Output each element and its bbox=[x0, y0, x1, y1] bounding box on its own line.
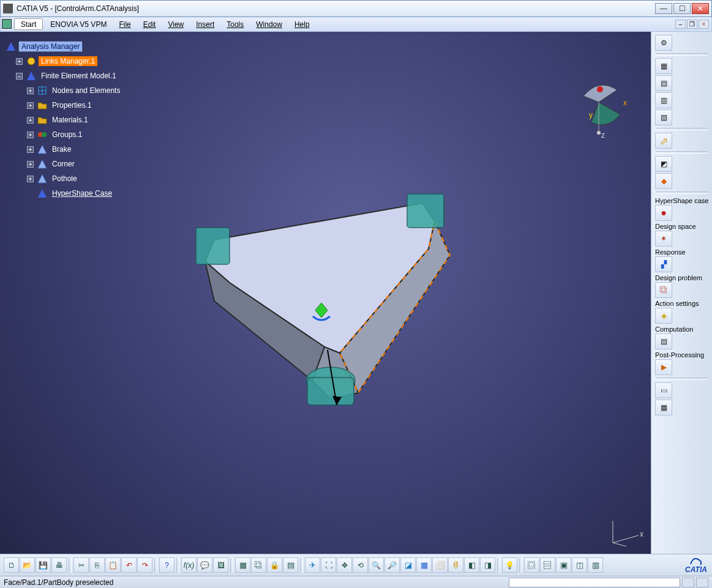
tree-groups-row[interactable]: + Groups.1 bbox=[5, 127, 122, 142]
extra-button-1[interactable]: ⿴ bbox=[524, 557, 539, 573]
redo-button[interactable]: ↷ bbox=[137, 557, 152, 573]
expand-icon[interactable]: + bbox=[27, 102, 34, 109]
menu-enovia[interactable]: ENOVIA V5 VPM bbox=[44, 17, 113, 31]
pointer-button[interactable]: ⬀ bbox=[655, 133, 672, 149]
menu-insert-label: Insert bbox=[196, 20, 214, 29]
tree-hypershape-row[interactable]: + HyperShape Case bbox=[5, 186, 122, 201]
expand-icon[interactable]: + bbox=[27, 161, 34, 168]
image-button[interactable]: 🖼 bbox=[213, 557, 228, 573]
stack-button[interactable]: ▤ bbox=[283, 557, 298, 573]
menu-insert[interactable]: Insert bbox=[190, 17, 220, 31]
zoomout-button[interactable]: 🔎 bbox=[384, 557, 400, 573]
extra-button-4[interactable]: ◫ bbox=[572, 557, 587, 573]
bottom-toolbar: 🗋 📂 💾 🖶 ✂ ⎘ 📋 ↶ ↷ ? f(x) 💬 🖼 ▦ ⿻ 🔒 ▤ ✈ ⛶… bbox=[0, 554, 712, 576]
whatsthis-button[interactable]: ? bbox=[159, 557, 174, 573]
links-icon bbox=[26, 56, 36, 66]
tree-links-row[interactable]: + Links Manager.1 bbox=[5, 54, 122, 69]
command-input[interactable] bbox=[509, 578, 680, 587]
expand-icon[interactable]: + bbox=[27, 132, 34, 138]
expand-icon[interactable]: + bbox=[27, 87, 34, 94]
grid-button[interactable]: ▦ bbox=[235, 557, 250, 573]
status-button-2[interactable] bbox=[696, 578, 708, 587]
swap-button[interactable]: ◨ bbox=[480, 557, 495, 573]
render-button[interactable]: 🛢 bbox=[448, 557, 463, 573]
normal-button[interactable]: ◪ bbox=[400, 557, 416, 573]
cut-button[interactable]: ✂ bbox=[73, 557, 89, 573]
isoview-button[interactable]: ⬜ bbox=[432, 557, 448, 573]
fx-button[interactable]: f(x) bbox=[181, 557, 197, 573]
response-button[interactable]: ▞ bbox=[655, 256, 672, 272]
toolbox-button-3[interactable]: ▥ bbox=[655, 92, 672, 108]
action-settings-button[interactable]: ◈ bbox=[655, 308, 672, 324]
tree-props-row[interactable]: + Properties.1 bbox=[5, 98, 122, 113]
design-space-button[interactable]: ✶ bbox=[655, 231, 672, 247]
new-button[interactable]: 🗋 bbox=[4, 557, 19, 573]
tree-corner-row[interactable]: + Corner bbox=[5, 157, 122, 171]
shade-button[interactable]: ◆ bbox=[655, 173, 672, 189]
save-button[interactable]: 💾 bbox=[36, 557, 51, 573]
hypershape-case-button[interactable]: ● bbox=[655, 205, 672, 221]
pan-button[interactable]: ✥ bbox=[337, 557, 352, 573]
lock-button[interactable]: 🔒 bbox=[267, 557, 282, 573]
design-problem-button[interactable]: ⿻ bbox=[655, 282, 672, 298]
open-button[interactable]: 📂 bbox=[20, 557, 35, 573]
mdi-close-button[interactable]: × bbox=[699, 20, 709, 29]
expand-icon[interactable]: + bbox=[27, 176, 34, 182]
compass-gizmo[interactable]: x y z bbox=[562, 75, 635, 142]
comment-button[interactable]: 💬 bbox=[197, 557, 212, 573]
tree-nodes-label: Nodes and Elements bbox=[50, 86, 122, 95]
case-icon bbox=[37, 159, 47, 169]
tree-button[interactable]: ⿻ bbox=[251, 557, 266, 573]
hide-button[interactable]: ◧ bbox=[464, 557, 479, 573]
paste-button[interactable]: 📋 bbox=[105, 557, 121, 573]
tree-root-row[interactable]: Analysis Manager bbox=[5, 39, 122, 54]
bulb-button[interactable]: 💡 bbox=[502, 557, 517, 573]
menu-file[interactable]: File bbox=[113, 17, 137, 31]
settings-gear-button[interactable]: ⚙ bbox=[655, 35, 672, 51]
computation-button[interactable]: ▤ bbox=[655, 333, 672, 349]
view-button-1[interactable]: ▭ bbox=[655, 382, 672, 398]
close-button[interactable]: ✕ bbox=[692, 3, 709, 14]
postprocessing-button[interactable]: ▶ bbox=[655, 359, 672, 375]
expand-icon[interactable]: + bbox=[27, 146, 34, 153]
copy-button[interactable]: ⎘ bbox=[89, 557, 105, 573]
extra-button-2[interactable]: ⿳ bbox=[540, 557, 555, 573]
menu-window[interactable]: Window bbox=[250, 17, 288, 31]
maximize-button[interactable]: ☐ bbox=[673, 3, 691, 14]
tree-mats-row[interactable]: + Materials.1 bbox=[5, 113, 122, 127]
menu-view[interactable]: View bbox=[162, 17, 190, 31]
sidebar-label-hypershape: HyperShape case bbox=[653, 196, 710, 204]
viewport[interactable]: Analysis Manager + Links Manager.1 – Fin… bbox=[0, 32, 712, 554]
mdi-minimize-button[interactable]: – bbox=[675, 20, 686, 29]
toolbox-button-2[interactable]: ▤ bbox=[655, 75, 672, 91]
toolbox-button-1[interactable]: ▦ bbox=[655, 58, 672, 74]
multiview-button[interactable]: ▦ bbox=[416, 557, 432, 573]
status-button-1[interactable] bbox=[682, 578, 694, 587]
minimize-button[interactable]: — bbox=[655, 3, 672, 14]
tree-brake-row[interactable]: + Brake bbox=[5, 142, 122, 157]
zoomin-icon: 🔍 bbox=[372, 561, 381, 570]
collapse-icon[interactable]: – bbox=[16, 73, 23, 80]
tree-nodes-row[interactable]: + Nodes and Elements bbox=[5, 83, 122, 98]
mdi-restore-button[interactable]: ❐ bbox=[687, 20, 697, 29]
expand-icon[interactable]: + bbox=[27, 117, 34, 124]
view-button-2[interactable]: ▦ bbox=[655, 400, 672, 415]
menu-help[interactable]: Help bbox=[288, 17, 316, 31]
fit-button[interactable]: ⛶ bbox=[321, 557, 336, 573]
model-3d[interactable] bbox=[171, 142, 514, 430]
menu-tools[interactable]: Tools bbox=[220, 17, 250, 31]
menu-edit[interactable]: Edit bbox=[137, 17, 162, 31]
fly-button[interactable]: ✈ bbox=[305, 557, 320, 573]
print-button[interactable]: 🖶 bbox=[51, 557, 67, 573]
extra-button-3[interactable]: ▣ bbox=[556, 557, 571, 573]
toolbox-button-4[interactable]: ▧ bbox=[655, 110, 672, 125]
display-mode-button[interactable]: ◩ bbox=[655, 156, 672, 172]
zoomin-button[interactable]: 🔍 bbox=[369, 557, 384, 573]
rotate-button[interactable]: ⟲ bbox=[353, 557, 368, 573]
menu-start[interactable]: Start bbox=[14, 18, 43, 30]
tree-fem-row[interactable]: – Finite Element Model.1 bbox=[5, 69, 122, 83]
tree-pothole-row[interactable]: + Pothole bbox=[5, 171, 122, 186]
extra-button-5[interactable]: ▥ bbox=[588, 557, 603, 573]
expand-icon[interactable]: + bbox=[16, 58, 23, 65]
undo-button[interactable]: ↶ bbox=[121, 557, 137, 573]
